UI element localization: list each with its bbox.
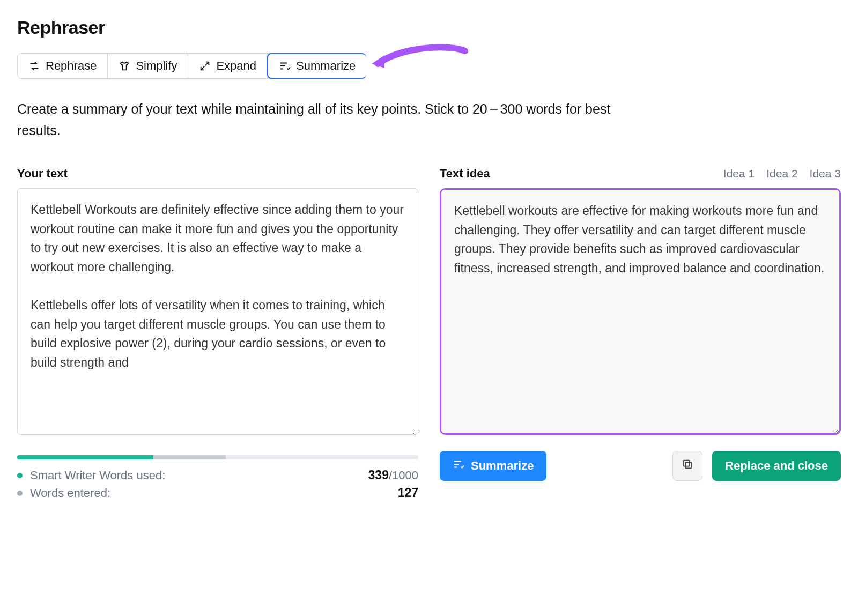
svg-rect-0: [685, 462, 691, 468]
progress-used: [17, 455, 153, 459]
idea-tab-2[interactable]: Idea 2: [766, 167, 797, 180]
expand-icon: [199, 60, 211, 72]
idea-tab-1[interactable]: Idea 1: [723, 167, 755, 180]
output-column: Text idea Idea 1 Idea 2 Idea 3 Kettlebel…: [440, 167, 841, 503]
input-label: Your text: [17, 167, 68, 181]
tab-simplify[interactable]: Simplify: [108, 54, 188, 78]
svg-rect-1: [684, 461, 690, 466]
callout-arrow: [368, 53, 476, 79]
output-label: Text idea: [440, 167, 490, 181]
rephrase-icon: [28, 60, 40, 72]
words-used-label: Smart Writer Words used:: [30, 469, 165, 483]
progress-entered: [153, 455, 226, 459]
copy-button[interactable]: [672, 451, 702, 481]
dot-icon: [17, 491, 23, 496]
summarize-icon: [453, 458, 464, 473]
mode-description: Create a summary of your text while main…: [17, 98, 650, 141]
copy-icon: [682, 458, 693, 473]
word-usage-bar: [17, 455, 418, 459]
shirt-icon: [119, 60, 130, 72]
tab-rephrase[interactable]: Rephrase: [18, 54, 108, 78]
mode-tabs: Rephrase Simplify Expand Summarize: [17, 53, 366, 79]
words-entered-label: Words entered:: [30, 486, 110, 500]
replace-close-label: Replace and close: [725, 459, 828, 473]
summarize-button[interactable]: Summarize: [440, 451, 546, 481]
output-highlight-box: Kettlebell workouts are effective for ma…: [440, 188, 841, 435]
summarize-label: Summarize: [471, 459, 534, 473]
tab-label: Expand: [216, 59, 256, 73]
words-entered-count: 127: [398, 486, 418, 500]
tab-label: Summarize: [296, 59, 356, 73]
tab-expand[interactable]: Expand: [188, 54, 268, 78]
idea-tab-3[interactable]: Idea 3: [810, 167, 841, 180]
tab-summarize[interactable]: Summarize: [267, 53, 366, 79]
tab-label: Simplify: [136, 59, 177, 73]
summarize-icon: [279, 60, 291, 72]
page-title: Rephraser: [17, 17, 841, 38]
source-text-input[interactable]: [17, 188, 418, 435]
dot-icon: [17, 473, 23, 478]
input-column: Your text Smart Writer Words used: 339/1…: [17, 167, 418, 503]
generated-text[interactable]: Kettlebell workouts are effective for ma…: [441, 190, 839, 433]
idea-tabs: Idea 1 Idea 2 Idea 3: [723, 167, 841, 180]
replace-close-button[interactable]: Replace and close: [712, 451, 841, 481]
tab-label: Rephrase: [46, 59, 97, 73]
words-used-cap: /1000: [389, 469, 418, 482]
word-stats: Smart Writer Words used: 339/1000 Words …: [17, 468, 418, 500]
words-used-count: 339: [368, 468, 389, 482]
